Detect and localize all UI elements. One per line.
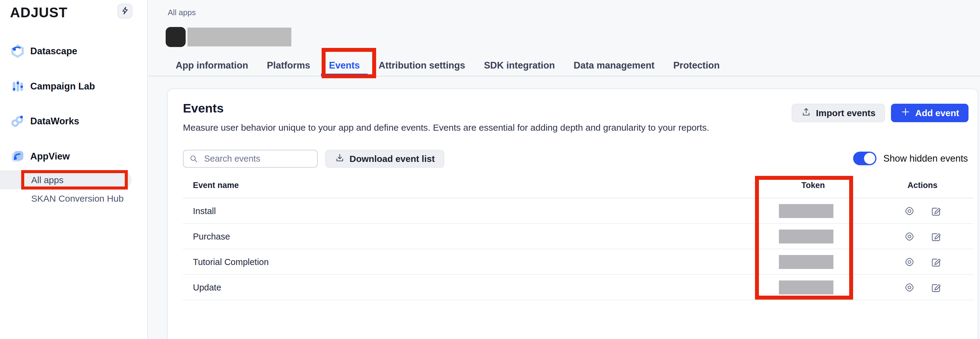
add-event-button[interactable]: Add event [891, 104, 969, 122]
edit-event-button[interactable] [930, 282, 942, 293]
breadcrumb[interactable]: All apps [168, 8, 196, 17]
tab-data-management[interactable]: Data management [574, 54, 654, 77]
upload-icon [801, 107, 811, 119]
sidebar-item-skan-conversion-hub[interactable]: SKAN Conversion Hub [31, 193, 124, 204]
page-description: Measure user behavior unique to your app… [183, 123, 709, 133]
column-header-event-name: Event name [193, 181, 239, 190]
table-row: Install [183, 198, 973, 224]
row-actions [904, 275, 942, 300]
sidebar-item-label: Campaign Lab [30, 81, 95, 92]
row-actions [904, 198, 942, 224]
hide-event-button[interactable] [904, 205, 915, 217]
plus-icon [900, 107, 911, 119]
event-name-cell: Install [193, 206, 216, 216]
eye-icon [904, 205, 915, 217]
column-header-actions: Actions [878, 181, 966, 190]
edit-icon [930, 231, 942, 242]
tab-events[interactable]: Events [329, 54, 360, 77]
tab-bar: App information Platforms Events Attribu… [176, 54, 719, 77]
lightning-icon [121, 6, 130, 16]
tab-attribution-settings[interactable]: Attribution settings [379, 54, 465, 77]
page-title: Events [183, 101, 223, 115]
hide-event-button[interactable] [904, 282, 915, 293]
quick-actions-button[interactable] [118, 4, 132, 19]
page: ADJUST Datascape [0, 0, 980, 339]
edit-icon [930, 205, 942, 217]
edit-icon [930, 256, 942, 268]
dataworks-icon [10, 114, 25, 129]
event-name-cell: Tutorial Completion [193, 257, 269, 267]
toggle-label: Show hidden events [883, 153, 968, 164]
appview-icon [10, 149, 25, 164]
show-hidden-events-toggle[interactable] [853, 152, 877, 165]
row-actions [904, 249, 942, 275]
show-hidden-events-control: Show hidden events [853, 152, 968, 165]
token-redacted [779, 255, 834, 269]
app-header: All apps App information Platforms Event… [148, 0, 980, 77]
events-panel: Events Measure user behavior unique to y… [167, 88, 978, 339]
token-redacted [779, 230, 834, 243]
sidebar-item-appview[interactable]: AppView [10, 149, 70, 164]
table-row: Purchase [183, 224, 973, 249]
sidebar-item-datascape[interactable]: Datascape [10, 43, 77, 59]
panel-actions: Import events Add event [792, 104, 969, 122]
edit-icon [930, 282, 942, 293]
download-event-list-button[interactable]: Download event list [325, 150, 444, 168]
table-row: Update [183, 275, 973, 300]
datascape-icon [10, 44, 25, 59]
tab-protection[interactable]: Protection [673, 54, 719, 77]
sidebar-item-label: AppView [30, 151, 70, 162]
eye-icon [904, 282, 915, 293]
app-icon [165, 27, 186, 47]
sidebar-item-campaign-lab[interactable]: Campaign Lab [10, 78, 95, 94]
adjust-logo: ADJUST [10, 4, 68, 21]
campaign-lab-icon [10, 79, 25, 94]
row-actions [904, 224, 942, 249]
eye-icon [904, 231, 915, 242]
sidebar-selected-highlight [0, 170, 131, 189]
tab-sdk-integration[interactable]: SDK integration [484, 54, 555, 77]
column-header-token: Token [769, 181, 857, 190]
events-table: Event name Token Actions Install [183, 176, 973, 300]
hide-event-button[interactable] [904, 231, 915, 242]
app-name-redacted [188, 27, 291, 46]
tab-platforms[interactable]: Platforms [267, 54, 310, 77]
event-name-cell: Purchase [193, 232, 230, 241]
eye-icon [904, 256, 915, 268]
sidebar-item-label: DataWorks [30, 116, 79, 127]
import-events-button[interactable]: Import events [792, 104, 885, 122]
hide-event-button[interactable] [904, 256, 915, 268]
edit-event-button[interactable] [930, 231, 942, 242]
token-redacted [779, 280, 834, 294]
sidebar-item-label: Datascape [30, 46, 77, 57]
sidebar-item-dataworks[interactable]: DataWorks [10, 114, 79, 129]
table-header-row: Event name Token Actions [183, 176, 973, 198]
search-events-field [183, 150, 318, 168]
edit-event-button[interactable] [930, 256, 942, 268]
toggle-knob [864, 153, 875, 164]
sidebar-item-all-apps[interactable]: All apps [31, 175, 64, 185]
download-icon [335, 152, 345, 165]
event-name-cell: Update [193, 283, 221, 293]
tab-app-information[interactable]: App information [176, 54, 248, 77]
table-row: Tutorial Completion [183, 249, 973, 275]
token-redacted [779, 204, 834, 218]
sidebar: ADJUST Datascape [0, 0, 148, 339]
edit-event-button[interactable] [930, 205, 942, 217]
search-input[interactable] [183, 150, 318, 168]
